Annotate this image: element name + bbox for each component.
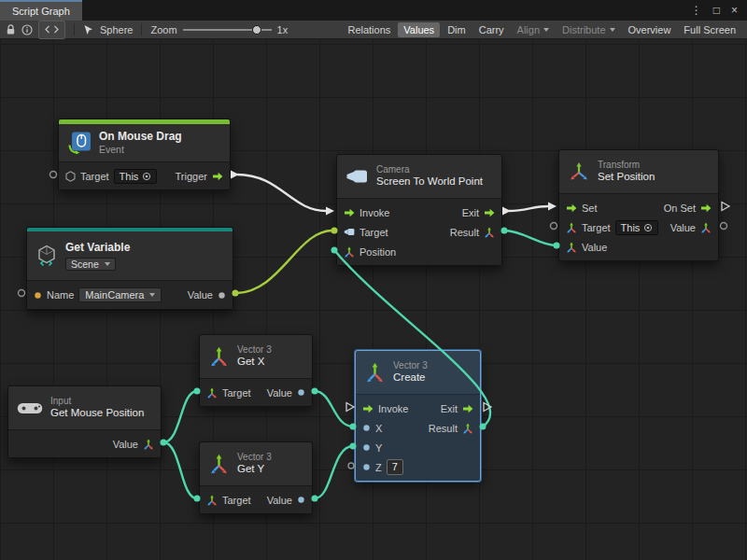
align-button[interactable]: Align [512,22,555,37]
port-position[interactable]: Position [344,246,396,258]
graph-target-name[interactable]: Sphere [100,24,133,35]
mouse-drag-event-icon [67,132,92,155]
unconnected-port-circle[interactable] [721,223,727,230]
port-target[interactable]: Target This [566,220,658,235]
values-button[interactable]: Values [398,22,440,37]
port-value[interactable]: Value [267,387,305,399]
wire-exit-set[interactable] [509,206,548,211]
graph-canvas[interactable]: On Mouse Drag Event Target This T [0,39,747,560]
port-value[interactable]: Value [267,495,305,506]
vector3-type-icon [566,242,577,253]
unconnected-flow-triangle[interactable] [722,203,729,211]
distribute-label: Distribute [562,24,605,35]
info-icon[interactable] [21,22,33,37]
port-label: Target [359,227,388,238]
edit-source-button[interactable] [38,21,65,39]
overview-button[interactable]: Overview [623,22,677,37]
lock-icon[interactable] [6,22,16,37]
wire-mouse-getx[interactable] [163,391,197,442]
vector3-type-icon [206,387,218,399]
node-ports: Target Value [200,378,312,406]
port-label: Trigger [176,171,207,182]
port-y[interactable]: Y [362,442,382,454]
port-target[interactable]: Target [206,387,251,399]
zoom-slider[interactable] [183,23,272,36]
node-on-mouse-drag[interactable]: On Mouse Drag Event Target This T [58,119,231,190]
flow-arrow-icon [344,208,355,217]
full-screen-button[interactable]: Full Screen [678,22,741,37]
port-target[interactable]: Target [206,495,251,506]
tab-script-graph[interactable]: Script Graph [0,0,82,21]
target-this-chip[interactable]: This [615,220,659,235]
close-icon[interactable]: × [731,5,738,16]
wire-arrowhead [502,207,511,216]
variable-name-dropdown[interactable]: MainCamera [78,287,162,302]
chevron-down-icon [105,262,110,266]
carry-button[interactable]: Carry [473,22,510,37]
dim-button[interactable]: Dim [442,22,472,37]
port-label: Value [582,242,607,253]
port-exit[interactable]: Exit [462,207,495,218]
target-this-chip[interactable]: This [114,169,158,184]
float-type-icon [362,443,371,452]
unconnected-flow-triangle[interactable] [484,403,491,412]
wire-getx-createx[interactable] [315,391,353,427]
wire-arrowhead [326,207,334,216]
unconnected-port-circle[interactable] [50,172,57,178]
node-ports: Value [8,429,161,457]
port-target[interactable]: Target [344,227,388,238]
port-result[interactable]: Result [450,227,495,238]
port-x[interactable]: X [362,423,382,434]
node-set-position[interactable]: Transform Set Position Set On Set [558,149,719,261]
port-trigger[interactable]: Trigger [176,171,223,182]
unity-visual-scripting-window: Script Graph ⋮ □ × Sphere Zoom 1x Relati… [0,0,747,560]
float-type-icon [362,463,371,471]
port-set[interactable]: Set [566,203,598,214]
port-value[interactable]: Value [188,289,226,301]
unconnected-port-circle[interactable] [19,290,25,297]
wire-variable-target[interactable] [235,231,332,293]
variable-scope-dropdown[interactable]: Scene [65,258,116,271]
port-invoke[interactable]: Invoke [344,207,389,218]
node-header: Transform Set Position [559,150,718,193]
port-name[interactable]: Name MainCamera [34,287,162,302]
port-invoke[interactable]: Invoke [362,403,408,414]
maximize-icon[interactable]: □ [713,5,720,16]
wire-mouse-gety[interactable] [163,442,197,498]
tab-bar-spacer [82,0,682,21]
port-target[interactable]: Target This [65,169,157,184]
unconnected-port-circle[interactable] [551,223,557,230]
port-label: Exit [441,403,458,414]
vector3-type-icon [700,222,712,233]
node-get-mouse-position[interactable]: Input Get Mouse Position Value [7,385,162,458]
wire-result-value[interactable] [504,231,557,245]
port-z[interactable]: Z 7 [362,459,403,475]
wire-gety-createy[interactable] [315,446,353,498]
port-label: Value [267,495,292,506]
port-exit[interactable]: Exit [441,403,473,414]
camera-type-icon [344,228,355,236]
node-get-y[interactable]: Vector 3 Get Y Target Value [199,441,313,514]
unconnected-flow-triangle[interactable] [346,403,354,412]
gamepad-icon [17,401,43,415]
wire-trigger-invoke[interactable] [237,175,326,211]
zoom-label: Zoom [150,24,176,35]
port-result[interactable]: Result [429,423,473,434]
toolbar-buttons: Relations Values Dim Carry Align Distrib… [342,22,741,37]
port-value-out[interactable]: Value [670,222,712,233]
zoom-slider-handle[interactable] [252,25,261,35]
node-get-variable[interactable]: Get Variable Scene Name MainCamera [26,227,233,310]
node-screen-to-world-point[interactable]: Camera Screen To World Point Invoke Exit [336,154,502,266]
relations-button[interactable]: Relations [342,22,396,37]
menu-icon[interactable]: ⋮ [691,5,702,16]
z-value-field[interactable]: 7 [387,459,403,475]
port-on-set[interactable]: On Set [664,203,712,214]
unconnected-port-circle[interactable] [348,463,354,469]
node-vector3-create[interactable]: Vector 3 Create Invoke Exit [355,350,481,482]
port-value-in[interactable]: Value [566,242,607,253]
port-value[interactable]: Value [113,439,154,450]
flow-arrow-icon [566,203,577,213]
distribute-button[interactable]: Distribute [557,22,620,37]
object-type-icon [218,291,226,300]
node-get-x[interactable]: Vector 3 Get X Target Value [199,334,313,407]
